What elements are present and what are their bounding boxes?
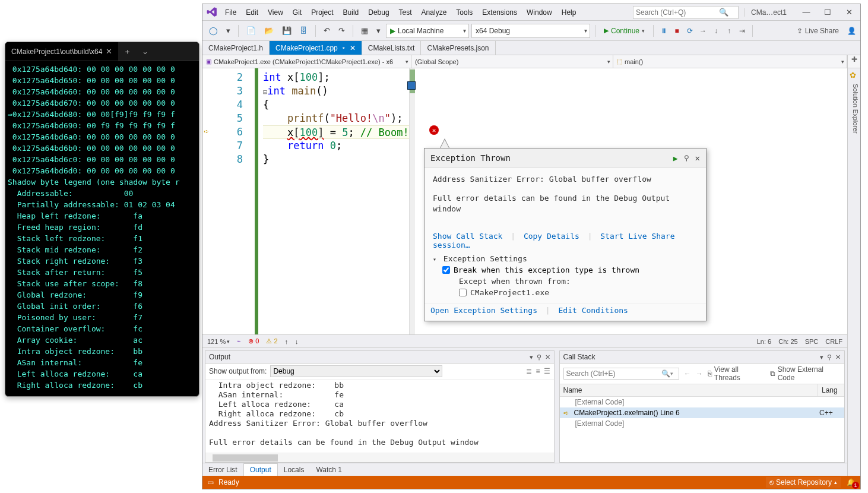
copy-details-link[interactable]: Copy Details: [524, 232, 579, 241]
warning-count[interactable]: ⚠ 2: [266, 337, 277, 345]
column-lang[interactable]: Lang: [818, 384, 844, 396]
menu-git[interactable]: Git: [288, 6, 306, 19]
menu-window[interactable]: Window: [522, 6, 557, 19]
break-on-throw-row[interactable]: Break when this exception type is thrown: [433, 266, 698, 274]
restart-icon[interactable]: ⟳: [685, 27, 695, 35]
menu-edit[interactable]: Edit: [241, 6, 263, 19]
solution-explorer-collapsed[interactable]: ✿ Solution Explorer: [847, 68, 860, 476]
close-icon[interactable]: ✕: [841, 8, 857, 17]
error-badge-icon[interactable]: ✕: [429, 125, 439, 135]
step-icon[interactable]: ⇥: [737, 27, 747, 35]
live-share-button[interactable]: ⇪ Live Share: [797, 27, 839, 35]
nav-member-select[interactable]: ⬚ main(): [613, 55, 847, 68]
menu-extensions[interactable]: Extensions: [477, 6, 522, 19]
column-name[interactable]: Name: [560, 384, 819, 396]
terminal-menu-chevron[interactable]: ⌄: [136, 47, 154, 56]
exception-settings-header[interactable]: ▾ Exception Settings: [433, 254, 698, 263]
pin-icon[interactable]: ⚲: [827, 353, 832, 361]
except-module-row[interactable]: CMakeProject1.exe: [433, 288, 698, 297]
redo-icon[interactable]: ↷: [335, 24, 348, 37]
terminal-add-tab[interactable]: ＋: [118, 46, 136, 57]
menu-build[interactable]: Build: [338, 6, 364, 19]
account-icon[interactable]: 👤: [846, 27, 857, 35]
nav-back-icon[interactable]: ◯: [206, 24, 221, 37]
menu-project[interactable]: Project: [306, 6, 338, 19]
stop-icon[interactable]: ■: [671, 27, 682, 35]
clear-output-icon[interactable]: ≣: [526, 367, 532, 375]
output-status-icon[interactable]: ▭: [207, 478, 214, 486]
output-body[interactable]: Intra object redzone: bb ASan internal: …: [205, 380, 554, 453]
error-count[interactable]: ⊗ 0: [248, 337, 259, 345]
file-tab[interactable]: CMakeProject1.cpp⚬✕: [270, 41, 362, 55]
nav-down-icon[interactable]: ↓: [295, 338, 299, 345]
code-editor[interactable]: 2345678 ➪ int x[100];⊟int main(){ printf…: [202, 68, 847, 334]
view-all-threads-button[interactable]: ⎘ View all Threads: [708, 365, 765, 382]
vs-search[interactable]: 🔍: [633, 6, 739, 19]
pin-icon[interactable]: ⚲: [684, 154, 689, 162]
callstack-search-input[interactable]: [566, 369, 661, 378]
edit-conditions-link[interactable]: Edit Conditions: [559, 306, 628, 315]
nav-scope-select[interactable]: (Global Scope): [411, 55, 613, 68]
save-icon[interactable]: 💾: [279, 24, 294, 37]
file-tab[interactable]: CMakeProject1.h: [202, 41, 270, 55]
menu-view[interactable]: View: [263, 6, 288, 19]
toggle-wrap-icon[interactable]: ≡: [536, 367, 540, 375]
output-source-select[interactable]: Debug: [270, 365, 442, 377]
callstack-body[interactable]: [External Code]➪ CMakeProject1.exe!main(…: [560, 397, 845, 462]
nav-forward-icon[interactable]: ▾: [223, 24, 233, 37]
play-icon[interactable]: ▶: [673, 154, 678, 163]
close-icon[interactable]: ✕: [350, 44, 356, 52]
pause-icon[interactable]: ⏸: [658, 27, 669, 35]
code-body[interactable]: int x[100];⊟int main(){ printf("Hello!\n…: [258, 68, 409, 334]
menu-debug[interactable]: Debug: [363, 6, 394, 19]
nav-project-select[interactable]: ▣ CMakeProject1.exe (CMakeProject1\CMake…: [202, 55, 411, 68]
open-file-icon[interactable]: 📂: [261, 24, 277, 37]
menu-help[interactable]: Help: [557, 6, 581, 19]
pin-icon[interactable]: ⚬: [341, 45, 346, 51]
nav-add-icon[interactable]: ✚: [847, 55, 860, 68]
close-icon[interactable]: ✕: [545, 353, 550, 361]
menu-analyze[interactable]: Analyze: [417, 6, 452, 19]
nav-back-icon[interactable]: ←: [684, 369, 691, 378]
minimap-viewport[interactable]: [407, 81, 416, 90]
close-icon[interactable]: ✕: [106, 47, 112, 56]
step-into-icon[interactable]: ↓: [711, 27, 721, 35]
pin-icon[interactable]: ⚲: [537, 353, 541, 361]
notifications-button[interactable]: 🔔1: [847, 478, 856, 486]
intellisense-icon[interactable]: ⌁: [237, 337, 241, 345]
show-external-code-button[interactable]: ⧉ Show External Code: [770, 365, 841, 382]
search-icon[interactable]: 🔍: [719, 8, 728, 17]
step-over-icon[interactable]: →: [698, 27, 708, 35]
menu-tools[interactable]: Tools: [451, 6, 477, 19]
maximize-icon[interactable]: ☐: [820, 8, 835, 17]
callstack-search[interactable]: 🔍 ▾: [563, 368, 679, 380]
callstack-frame-row[interactable]: ➪ CMakeProject1.exe!main() Line 6 C++: [560, 407, 845, 418]
menu-test[interactable]: Test: [394, 6, 417, 19]
save-all-icon[interactable]: 🗄: [297, 24, 311, 37]
new-item-icon[interactable]: 📄: [243, 24, 259, 37]
file-tab[interactable]: CMakeLists.txt: [362, 41, 422, 55]
search-icon[interactable]: 🔍: [661, 369, 670, 378]
continue-button[interactable]: ▶ Continue ▾: [600, 25, 648, 37]
zoom-level[interactable]: 121 % ▾: [207, 338, 230, 345]
tool-tab-output[interactable]: Output: [243, 463, 278, 476]
build-dropdown[interactable]: ▾: [373, 24, 384, 37]
tool-tab-watch-1[interactable]: Watch 1: [310, 464, 348, 476]
except-module-checkbox[interactable]: [459, 289, 467, 296]
gear-icon[interactable]: ✿: [850, 71, 856, 80]
nav-up-icon[interactable]: ↑: [285, 338, 289, 345]
tool-tab-locals[interactable]: Locals: [278, 464, 311, 476]
select-repository-button[interactable]: ⎋ Select Repository ▴: [766, 477, 841, 488]
debug-target-select[interactable]: ▶ Local Machine: [386, 24, 469, 38]
close-icon[interactable]: ✕: [835, 353, 841, 361]
minimize-icon[interactable]: —: [799, 8, 814, 17]
step-out-icon[interactable]: ↑: [724, 27, 734, 35]
terminal-tab[interactable]: CMakeProject1\out\build\x64 ✕: [5, 42, 118, 61]
window-position-icon[interactable]: ▾: [530, 353, 533, 361]
callstack-external-row[interactable]: [External Code]: [560, 418, 845, 429]
scroll-minimap[interactable]: [409, 68, 415, 334]
undo-icon[interactable]: ↶: [321, 24, 333, 37]
nav-forward-icon[interactable]: →: [696, 369, 703, 378]
menu-file[interactable]: File: [220, 6, 241, 19]
tool-tab-error-list[interactable]: Error List: [202, 464, 243, 476]
